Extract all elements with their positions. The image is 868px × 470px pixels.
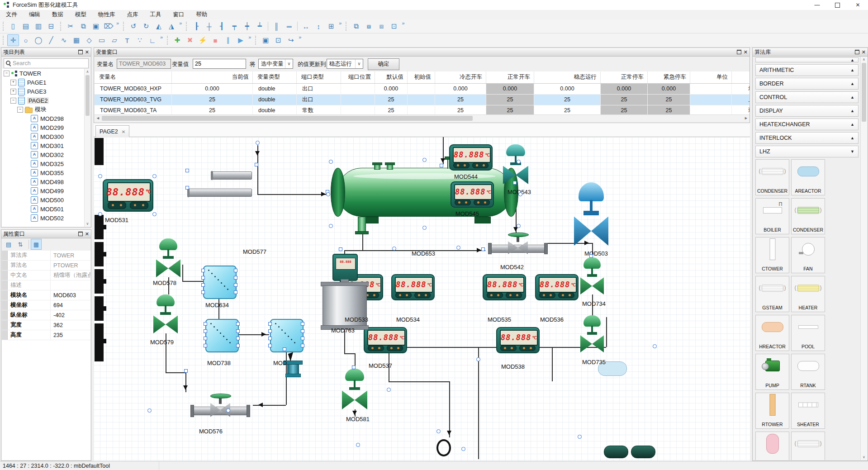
library-item-GSTEAM[interactable]: GSTEAM	[755, 276, 789, 312]
table-cell[interactable]	[690, 95, 732, 105]
tree-item-MOD502[interactable]: AMOD502	[2, 214, 85, 223]
align-center-icon[interactable]: ┿	[241, 20, 253, 32]
tree-item-MOD299[interactable]: AMOD299	[2, 123, 85, 132]
table-cell[interactable]	[341, 95, 375, 105]
toolbar-overflow-icon[interactable]: »	[179, 19, 182, 26]
rectangle-icon[interactable]: ▭	[96, 34, 108, 46]
send-to-back-icon[interactable]: ⧇	[363, 20, 375, 32]
display-button[interactable]	[474, 199, 490, 205]
table-cell[interactable]: double	[253, 105, 297, 114]
menu-点库[interactable]: 点库	[121, 10, 144, 19]
table-cell[interactable]: 0.000	[534, 84, 601, 94]
selection-handle[interactable]	[226, 408, 230, 413]
maximize-button[interactable]	[827, 0, 848, 10]
property-row-宽度[interactable]: 宽度362	[2, 320, 90, 330]
save-icon[interactable]: ▤	[20, 20, 32, 32]
module-port[interactable]	[301, 329, 304, 333]
table-cell[interactable]	[408, 95, 435, 105]
copy-icon[interactable]: ⧉	[77, 20, 89, 32]
property-value[interactable]: TOWER	[51, 252, 90, 259]
table-cell[interactable]: 25	[601, 105, 648, 114]
paste-icon[interactable]: ▣	[90, 20, 102, 32]
tree-item-MOD300[interactable]: AMOD300	[2, 132, 85, 141]
module-control-valve[interactable]	[580, 315, 604, 352]
category-view-icon[interactable]: ▤	[3, 239, 14, 250]
tree-item-MOD501[interactable]: AMOD501	[2, 204, 85, 214]
module-inline-valve[interactable]	[488, 232, 548, 255]
library-section-INTERLOCK[interactable]: INTERLOCK▲	[755, 132, 859, 144]
selection-handle[interactable]	[256, 141, 260, 145]
toolbar-overflow-icon[interactable]: »	[402, 19, 404, 26]
module-plate-block[interactable]	[203, 266, 237, 299]
menu-窗口[interactable]: 窗口	[167, 10, 190, 19]
property-value[interactable]: -402	[51, 312, 90, 318]
scope-select[interactable]: 选中变量 ∨	[258, 59, 293, 69]
table-cell[interactable]: 25	[648, 105, 690, 114]
toolbar-overflow-icon[interactable]: »	[339, 19, 342, 26]
module-port[interactable]	[204, 337, 207, 340]
display-button[interactable]	[558, 292, 574, 298]
property-value[interactable]: MOD603	[51, 292, 90, 299]
table-cell[interactable]	[690, 84, 732, 94]
table-cell[interactable]: TOWER_MOD603_TVG	[95, 95, 172, 105]
module-port[interactable]	[268, 329, 272, 333]
table-cell[interactable]: 0.000	[375, 84, 408, 94]
panel-restore-icon[interactable]	[78, 232, 83, 236]
library-item-BOILER[interactable]: BOILER	[755, 198, 789, 234]
port-marker[interactable]	[513, 181, 517, 185]
ellipse-icon[interactable]: ◯	[33, 34, 44, 46]
table-cell[interactable]: 常数	[297, 105, 341, 114]
property-value[interactable]: 362	[51, 322, 90, 328]
module-port[interactable]	[301, 337, 304, 340]
selection-handle[interactable]	[152, 212, 157, 216]
display-button[interactable]	[130, 202, 149, 209]
table-cell[interactable]	[408, 84, 435, 94]
selection-handle[interactable]	[461, 447, 465, 451]
selection-handle[interactable]	[329, 224, 333, 228]
property-row-横坐标[interactable]: 横坐标694	[2, 300, 90, 310]
table-cell[interactable]: 0.000	[172, 84, 253, 94]
table-cell[interactable]: 25	[601, 95, 648, 105]
table-cell[interactable]: 25	[534, 105, 601, 114]
zoom-shrink-icon[interactable]: ⊡	[272, 34, 284, 46]
port-marker[interactable]	[589, 254, 593, 258]
flowmeter-head[interactable]: 88.888	[332, 254, 358, 281]
scroll-left-icon[interactable]: ◄	[95, 115, 101, 122]
column-header-变量名[interactable]: 变量名	[95, 71, 172, 83]
add-icon[interactable]: ✚	[171, 34, 183, 46]
selection-handle[interactable]	[326, 192, 330, 196]
module-display-instrument[interactable]: 88.888℃	[535, 274, 579, 300]
canvas-black-bar[interactable]	[95, 323, 104, 361]
toolbar-overflow-icon[interactable]: »	[160, 33, 163, 40]
selection-handle[interactable]	[147, 408, 152, 413]
menu-数据[interactable]: 数据	[46, 10, 69, 19]
align-right-icon[interactable]: ┨	[216, 20, 228, 32]
module-port[interactable]	[201, 269, 205, 272]
library-item-CONDENSER[interactable]: CONDENSER	[755, 159, 789, 195]
tree-item-TOWER[interactable]: −TOWER	[2, 69, 85, 78]
table-cell[interactable]	[408, 105, 435, 114]
tree-expander-icon[interactable]: +	[10, 89, 16, 95]
diagram-canvas[interactable]: 88.888℃88.888℃88.888℃88.888℃88.888℃88.88…	[94, 137, 750, 461]
tab-page2[interactable]: PAGE2 ✕	[95, 125, 129, 138]
display-button[interactable]	[368, 345, 384, 351]
tree-item-PAGE1[interactable]: +PAGE1	[2, 78, 85, 87]
canvas-black-bar[interactable]	[95, 215, 104, 239]
module-control-valve[interactable]	[580, 257, 604, 294]
display-button[interactable]	[487, 292, 503, 298]
circle-icon[interactable]: ○	[20, 34, 32, 46]
table-cell[interactable]: 25	[172, 95, 253, 105]
variable-value-input[interactable]	[193, 59, 246, 69]
tree-item-PAGE3[interactable]: +PAGE3	[2, 87, 85, 96]
property-box-icon[interactable]: ▦	[31, 239, 42, 250]
same-size-icon[interactable]: ⊞	[325, 20, 337, 32]
property-value[interactable]: 235	[51, 332, 90, 338]
module-control-valve[interactable]	[503, 144, 528, 184]
stop-icon[interactable]: ■	[209, 34, 221, 46]
save-all-icon[interactable]: ▥	[33, 20, 44, 32]
port-marker[interactable]	[352, 366, 356, 369]
port-marker[interactable]	[339, 247, 342, 251]
module-port[interactable]	[234, 290, 237, 294]
table-cell[interactable]: 25	[375, 95, 408, 105]
display-button[interactable]	[108, 202, 127, 209]
